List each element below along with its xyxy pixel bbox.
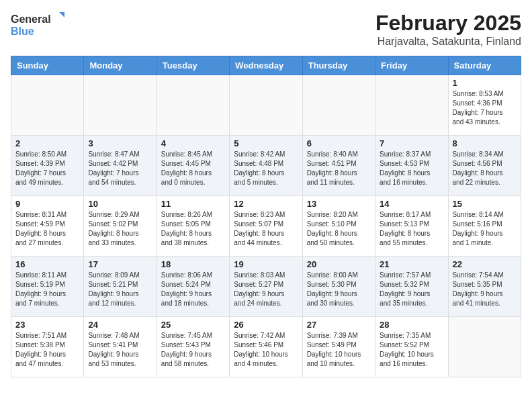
day-info: Sunrise: 8:06 AM Sunset: 5:24 PM Dayligh… <box>161 271 225 308</box>
day-number: 24 <box>88 320 152 330</box>
day-info: Sunrise: 8:26 AM Sunset: 5:05 PM Dayligh… <box>161 210 225 248</box>
day-info: Sunrise: 8:14 AM Sunset: 5:16 PM Dayligh… <box>453 210 517 248</box>
calendar-day-cell: 11Sunrise: 8:26 AM Sunset: 5:05 PM Dayli… <box>157 196 229 257</box>
calendar-day-cell: 3Sunrise: 8:47 AM Sunset: 4:42 PM Daylig… <box>84 136 157 196</box>
calendar-day-cell <box>448 317 521 377</box>
day-number: 26 <box>234 320 298 330</box>
day-number: 18 <box>161 259 225 269</box>
day-number: 2 <box>15 138 79 148</box>
day-number: 8 <box>453 138 517 148</box>
calendar-day-cell: 14Sunrise: 8:17 AM Sunset: 5:13 PM Dayli… <box>375 196 448 257</box>
day-info: Sunrise: 8:29 AM Sunset: 5:02 PM Dayligh… <box>88 210 152 248</box>
day-info: Sunrise: 7:51 AM Sunset: 5:38 PM Dayligh… <box>15 331 79 369</box>
day-info: Sunrise: 7:35 AM Sunset: 5:52 PM Dayligh… <box>380 331 443 369</box>
calendar-day-cell: 18Sunrise: 8:06 AM Sunset: 5:24 PM Dayli… <box>157 257 229 317</box>
day-number: 22 <box>453 259 517 269</box>
day-number: 25 <box>161 320 225 330</box>
calendar-day-cell: 24Sunrise: 7:48 AM Sunset: 5:41 PM Dayli… <box>84 317 157 377</box>
calendar-day-cell <box>230 75 302 136</box>
calendar-day-cell: 27Sunrise: 7:39 AM Sunset: 5:49 PM Dayli… <box>302 317 375 377</box>
day-number: 1 <box>453 78 517 88</box>
day-info: Sunrise: 8:53 AM Sunset: 4:36 PM Dayligh… <box>453 89 517 127</box>
day-info: Sunrise: 8:45 AM Sunset: 4:45 PM Dayligh… <box>161 150 225 187</box>
calendar-day-cell: 1Sunrise: 8:53 AM Sunset: 4:36 PM Daylig… <box>448 75 521 136</box>
weekday-header-friday: Friday <box>375 56 448 75</box>
day-info: Sunrise: 8:23 AM Sunset: 5:07 PM Dayligh… <box>234 210 298 248</box>
day-number: 21 <box>380 259 443 269</box>
day-number: 14 <box>380 199 443 209</box>
day-info: Sunrise: 7:54 AM Sunset: 5:35 PM Dayligh… <box>453 271 517 308</box>
day-info: Sunrise: 7:42 AM Sunset: 5:46 PM Dayligh… <box>234 331 298 369</box>
day-info: Sunrise: 7:45 AM Sunset: 5:43 PM Dayligh… <box>161 331 225 369</box>
day-number: 28 <box>380 320 443 330</box>
day-info: Sunrise: 8:11 AM Sunset: 5:19 PM Dayligh… <box>15 271 79 308</box>
calendar-day-cell: 12Sunrise: 8:23 AM Sunset: 5:07 PM Dayli… <box>230 196 302 257</box>
calendar-day-cell <box>157 75 229 136</box>
day-number: 7 <box>380 138 443 148</box>
calendar-day-cell: 19Sunrise: 8:03 AM Sunset: 5:27 PM Dayli… <box>230 257 302 317</box>
day-info: Sunrise: 8:34 AM Sunset: 4:56 PM Dayligh… <box>453 150 517 187</box>
calendar-day-cell: 28Sunrise: 7:35 AM Sunset: 5:52 PM Dayli… <box>375 317 448 377</box>
svg-text:Blue: Blue <box>11 26 34 37</box>
weekday-header-monday: Monday <box>84 56 157 75</box>
calendar-day-cell <box>84 75 157 136</box>
logo: General Blue <box>11 11 71 38</box>
calendar-day-cell: 9Sunrise: 8:31 AM Sunset: 4:59 PM Daylig… <box>11 196 84 257</box>
day-number: 9 <box>15 199 79 209</box>
weekday-header-sunday: Sunday <box>11 56 84 75</box>
day-info: Sunrise: 8:37 AM Sunset: 4:53 PM Dayligh… <box>380 150 443 187</box>
calendar-week-row: 1Sunrise: 8:53 AM Sunset: 4:36 PM Daylig… <box>11 75 521 136</box>
calendar-day-cell: 23Sunrise: 7:51 AM Sunset: 5:38 PM Dayli… <box>11 317 84 377</box>
calendar-week-row: 9Sunrise: 8:31 AM Sunset: 4:59 PM Daylig… <box>11 196 521 257</box>
day-number: 12 <box>234 199 298 209</box>
title-area: February 2025 Harjavalta, Satakunta, Fin… <box>375 11 521 48</box>
calendar-day-cell <box>11 75 84 136</box>
calendar-day-cell: 2Sunrise: 8:50 AM Sunset: 4:39 PM Daylig… <box>11 136 84 196</box>
day-number: 20 <box>307 259 371 269</box>
calendar-day-cell: 5Sunrise: 8:42 AM Sunset: 4:48 PM Daylig… <box>230 136 302 196</box>
day-number: 27 <box>307 320 371 330</box>
day-info: Sunrise: 7:57 AM Sunset: 5:32 PM Dayligh… <box>380 271 443 308</box>
day-info: Sunrise: 8:31 AM Sunset: 4:59 PM Dayligh… <box>15 210 79 248</box>
calendar-day-cell: 22Sunrise: 7:54 AM Sunset: 5:35 PM Dayli… <box>448 257 521 317</box>
svg-marker-1 <box>59 12 64 17</box>
day-number: 6 <box>307 138 371 148</box>
calendar-week-row: 2Sunrise: 8:50 AM Sunset: 4:39 PM Daylig… <box>11 136 521 196</box>
day-number: 10 <box>88 199 152 209</box>
weekday-header-saturday: Saturday <box>448 56 521 75</box>
day-number: 17 <box>88 259 152 269</box>
day-info: Sunrise: 7:39 AM Sunset: 5:49 PM Dayligh… <box>307 331 371 369</box>
weekday-header-tuesday: Tuesday <box>157 56 229 75</box>
day-info: Sunrise: 8:47 AM Sunset: 4:42 PM Dayligh… <box>88 150 152 187</box>
day-number: 15 <box>453 199 517 209</box>
day-number: 19 <box>234 259 298 269</box>
calendar-day-cell: 17Sunrise: 8:09 AM Sunset: 5:21 PM Dayli… <box>84 257 157 317</box>
calendar-day-cell <box>302 75 375 136</box>
day-info: Sunrise: 8:42 AM Sunset: 4:48 PM Dayligh… <box>234 150 298 187</box>
calendar-day-cell: 16Sunrise: 8:11 AM Sunset: 5:19 PM Dayli… <box>11 257 84 317</box>
calendar-week-row: 23Sunrise: 7:51 AM Sunset: 5:38 PM Dayli… <box>11 317 521 377</box>
day-info: Sunrise: 8:17 AM Sunset: 5:13 PM Dayligh… <box>380 210 443 248</box>
month-title: February 2025 <box>375 11 521 36</box>
day-info: Sunrise: 8:03 AM Sunset: 5:27 PM Dayligh… <box>234 271 298 308</box>
day-info: Sunrise: 8:50 AM Sunset: 4:39 PM Dayligh… <box>15 150 79 187</box>
calendar-day-cell: 13Sunrise: 8:20 AM Sunset: 5:10 PM Dayli… <box>302 196 375 257</box>
day-number: 5 <box>234 138 298 148</box>
day-number: 11 <box>161 199 225 209</box>
day-number: 13 <box>307 199 371 209</box>
day-number: 16 <box>15 259 79 269</box>
calendar-table: SundayMondayTuesdayWednesdayThursdayFrid… <box>11 56 521 377</box>
day-number: 3 <box>88 138 152 148</box>
calendar-day-cell: 15Sunrise: 8:14 AM Sunset: 5:16 PM Dayli… <box>448 196 521 257</box>
logo-svg: General Blue <box>11 11 71 38</box>
calendar-day-cell: 25Sunrise: 7:45 AM Sunset: 5:43 PM Dayli… <box>157 317 229 377</box>
header: General Blue February 2025 Harjavalta, S… <box>11 11 521 48</box>
day-info: Sunrise: 8:09 AM Sunset: 5:21 PM Dayligh… <box>88 271 152 308</box>
day-info: Sunrise: 8:20 AM Sunset: 5:10 PM Dayligh… <box>307 210 371 248</box>
calendar-day-cell: 7Sunrise: 8:37 AM Sunset: 4:53 PM Daylig… <box>375 136 448 196</box>
weekday-header-wednesday: Wednesday <box>230 56 302 75</box>
calendar-day-cell: 10Sunrise: 8:29 AM Sunset: 5:02 PM Dayli… <box>84 196 157 257</box>
weekday-header-thursday: Thursday <box>302 56 375 75</box>
calendar-day-cell: 26Sunrise: 7:42 AM Sunset: 5:46 PM Dayli… <box>230 317 302 377</box>
calendar-day-cell: 6Sunrise: 8:40 AM Sunset: 4:51 PM Daylig… <box>302 136 375 196</box>
